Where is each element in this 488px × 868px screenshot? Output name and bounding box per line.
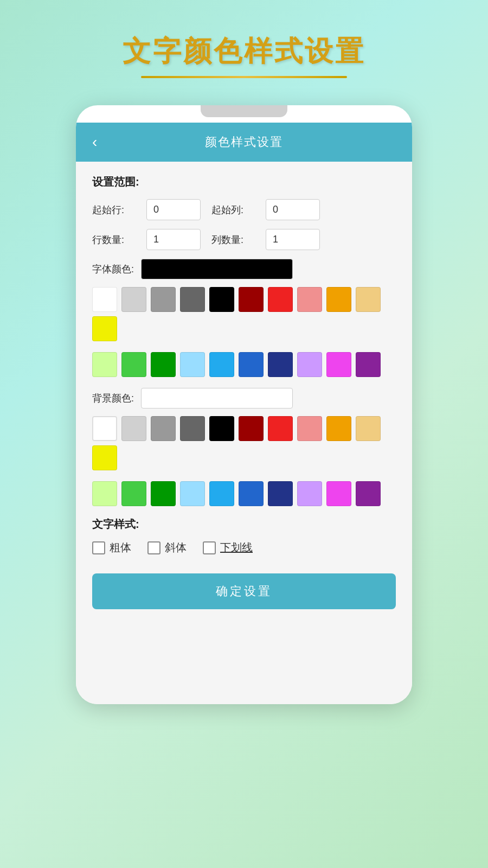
start-col-input[interactable] (266, 199, 320, 220)
underline-checkbox[interactable] (203, 541, 216, 554)
bg-color-red[interactable] (268, 416, 293, 441)
font-color-light-orange[interactable] (356, 287, 381, 312)
text-style-label: 文字样式: (92, 517, 396, 532)
confirm-button[interactable]: 确定设置 (92, 573, 396, 609)
bg-color-dark-green[interactable] (151, 481, 176, 506)
font-color-preview-row: 字体颜色: (92, 259, 396, 279)
page-title: 文字颜色样式设置 (123, 33, 365, 71)
font-color-dark-gray[interactable] (180, 287, 205, 312)
bg-color-pink[interactable] (297, 416, 322, 441)
style-options-row: 粗体 斜体 下划线 (92, 540, 396, 555)
bg-color-orange[interactable] (326, 416, 351, 441)
bold-option[interactable]: 粗体 (92, 540, 131, 555)
bg-color-black[interactable] (209, 416, 234, 441)
underline-label: 下划线 (220, 540, 253, 555)
font-color-label: 字体颜色: (92, 263, 141, 276)
bg-color-light-orange[interactable] (356, 416, 381, 441)
italic-option[interactable]: 斜体 (147, 540, 187, 555)
count-form-row: 行数量: 列数量: (92, 229, 396, 250)
bg-color-preview[interactable] (141, 388, 293, 409)
bg-color-dark-gray[interactable] (180, 416, 205, 441)
font-color-dark-red[interactable] (239, 287, 264, 312)
font-color-light-green[interactable] (92, 352, 117, 377)
start-col-label: 起始列: (211, 203, 255, 216)
font-color-orange[interactable] (326, 287, 351, 312)
bg-color-blue[interactable] (239, 481, 264, 506)
italic-label: 斜体 (165, 540, 187, 555)
phone-frame: ‹ 颜色样式设置 设置范围: 起始行: 起始列: 行数量: 列数量: 字体颜色: (76, 105, 412, 704)
bg-color-green[interactable] (121, 481, 146, 506)
font-color-grid-row1 (92, 287, 396, 341)
row-count-label: 行数量: (92, 233, 136, 246)
font-color-preview[interactable] (141, 259, 293, 279)
font-color-white[interactable] (92, 287, 117, 312)
start-row-label: 起始行: (92, 203, 136, 216)
font-color-blue[interactable] (239, 352, 264, 377)
row-count-input[interactable] (146, 229, 201, 250)
bg-color-magenta[interactable] (326, 481, 351, 506)
font-color-grid-row2 (92, 352, 396, 377)
bg-color-light-purple[interactable] (297, 481, 322, 506)
font-color-sky-blue[interactable] (209, 352, 234, 377)
font-color-black[interactable] (209, 287, 234, 312)
header-title: 颜色样式设置 (205, 134, 283, 150)
underline-option[interactable]: 下划线 (203, 540, 253, 555)
font-color-gray[interactable] (151, 287, 176, 312)
font-color-light-gray[interactable] (121, 287, 146, 312)
bg-color-label: 背景颜色: (92, 392, 141, 405)
bg-color-light-green[interactable] (92, 481, 117, 506)
bg-color-light-blue[interactable] (180, 481, 205, 506)
range-section-label: 设置范围: (92, 175, 396, 189)
italic-checkbox[interactable] (147, 541, 160, 554)
font-color-navy[interactable] (268, 352, 293, 377)
start-row-input[interactable] (146, 199, 201, 220)
font-color-purple[interactable] (356, 352, 381, 377)
font-color-light-purple[interactable] (297, 352, 322, 377)
bg-color-sky-blue[interactable] (209, 481, 234, 506)
col-count-input[interactable] (266, 229, 320, 250)
font-color-pink[interactable] (297, 287, 322, 312)
bg-color-white[interactable] (92, 416, 117, 441)
font-color-yellow[interactable] (92, 316, 117, 341)
bg-color-navy[interactable] (268, 481, 293, 506)
phone-notch (201, 105, 287, 117)
bg-color-gray[interactable] (151, 416, 176, 441)
start-row-form-row: 起始行: 起始列: (92, 199, 396, 220)
bold-checkbox[interactable] (92, 541, 105, 554)
bg-color-grid-row2 (92, 481, 396, 506)
bg-color-light-gray[interactable] (121, 416, 146, 441)
bg-color-grid-row1 (92, 416, 396, 470)
font-color-green[interactable] (121, 352, 146, 377)
title-underline (141, 76, 347, 78)
font-color-red[interactable] (268, 287, 293, 312)
font-color-light-blue[interactable] (180, 352, 205, 377)
bold-label: 粗体 (110, 540, 131, 555)
page-title-area: 文字颜色样式设置 (123, 33, 365, 78)
bg-color-yellow[interactable] (92, 445, 117, 470)
col-count-label: 列数量: (211, 233, 255, 246)
font-color-magenta[interactable] (326, 352, 351, 377)
app-content: 设置范围: 起始行: 起始列: 行数量: 列数量: 字体颜色: (76, 162, 412, 704)
bg-color-purple[interactable] (356, 481, 381, 506)
bg-color-dark-red[interactable] (239, 416, 264, 441)
font-color-dark-green[interactable] (151, 352, 176, 377)
back-button[interactable]: ‹ (92, 133, 97, 151)
app-header: ‹ 颜色样式设置 (76, 123, 412, 162)
bg-color-preview-row: 背景颜色: (92, 388, 396, 409)
